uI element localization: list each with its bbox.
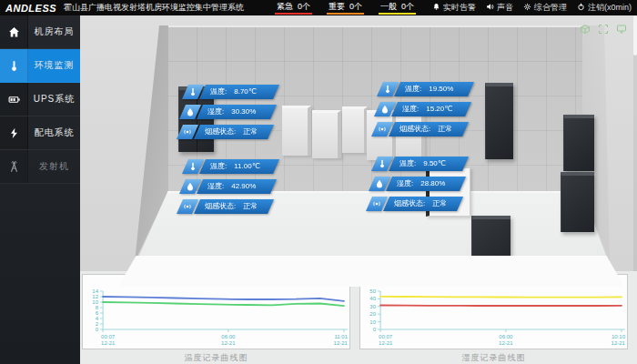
server-rack-top-right (485, 83, 513, 159)
sensor-reading: 烟感状态: 正常 (194, 125, 274, 139)
alarm-stat-count: 0个 (401, 1, 414, 12)
sensor-reading: 湿度: 42.90% (197, 179, 277, 194)
menu-item-logout[interactable]: 注销(x0min) (577, 2, 632, 14)
bell-icon (432, 3, 440, 13)
antenna-icon (0, 150, 28, 183)
sensor-reading-label: 温度: (210, 159, 227, 174)
sensor-reading-label: 湿度: (397, 177, 413, 191)
alarm-stats: 紧急 0个 重要 0个 一般 0个 (275, 1, 416, 15)
sensor-reading-value: 19.50% (429, 82, 453, 96)
svg-text:0: 0 (96, 327, 99, 332)
equipment-unit (282, 106, 311, 156)
svg-text:10:10: 10:10 (612, 334, 626, 339)
svg-text:12-21: 12-21 (101, 340, 116, 346)
viewport-toolbar (579, 24, 628, 35)
alarm-stat-count: 0个 (349, 1, 362, 12)
cube-icon[interactable] (579, 24, 592, 35)
alarm-stat-label: 一般 (380, 1, 397, 12)
sensor-reading: 温度: 9.50℃ (389, 157, 469, 171)
home-icon (0, 15, 28, 48)
sensor-reading-value: 9.50℃ (423, 157, 446, 171)
sidebar: 机房布局 环境监测 UPS系统 配电系统 发射机 (0, 15, 80, 364)
svg-text:00:07: 00:07 (101, 334, 116, 339)
sensor-reading-value: 正常 (243, 125, 258, 139)
sensor-reading-row: 温度: 19.50% (377, 82, 474, 96)
chart-canvas: 0246810121400:0712-2106:0012-2111:0112-2… (83, 287, 349, 349)
sidebar-item-label: 机房布局 (28, 15, 80, 48)
sidebar-item-transmitter[interactable]: 发射机 (0, 150, 80, 184)
alarm-stat-label: 重要 (329, 1, 345, 12)
sensor-reading-row: 湿度: 30.30% (179, 105, 279, 119)
sensor-reading-label: 温度: (405, 82, 421, 96)
equipment-unit (312, 110, 341, 158)
sensor-reading-row: 温度: 8.70℃ (182, 85, 279, 99)
sidebar-item-label: 环境监测 (28, 49, 80, 82)
svg-text:4: 4 (96, 316, 99, 321)
sensor-reading-row: 烟感状态: 正常 (177, 199, 279, 214)
battery-icon (0, 83, 28, 116)
sensor-reading-row: 湿度: 42.90% (179, 179, 279, 194)
chart-canvas: 0102030405000:0712-2106:0012-2110:1012-2… (360, 287, 627, 349)
temperature-chart-block: 温度1 温度20246810121400:0712-2106:0012-2111… (82, 274, 350, 364)
menu-item-sound[interactable]: 声音 (486, 2, 513, 14)
sensor-reading-value: 11.00℃ (234, 159, 259, 174)
alarm-stat-normal[interactable]: 一般 0个 (379, 1, 416, 15)
sensor-reading-label: 湿度: (207, 179, 224, 194)
svg-text:00:07: 00:07 (379, 334, 393, 339)
sensor-reading-label: 烟感状态: (394, 197, 425, 211)
svg-text:06:00: 06:00 (221, 334, 236, 339)
alarm-stat-count: 0个 (298, 1, 310, 12)
gear-icon (523, 3, 531, 13)
main-area: 温度: 8.70℃ 湿度: 30.30% 烟感状态: 正常 温度: (80, 15, 637, 364)
svg-text:12-21: 12-21 (334, 340, 349, 346)
sensor-reading: 烟感状态: 正常 (383, 197, 463, 211)
sidebar-item-label: 发射机 (28, 150, 80, 183)
scrollbar-thumb[interactable] (633, 15, 637, 56)
alarm-stat-important[interactable]: 重要 0个 (327, 1, 364, 15)
sidebar-item-room-layout[interactable]: 机房布局 (0, 15, 80, 49)
svg-text:06:00: 06:00 (499, 334, 513, 339)
sensor-reading-label: 温度: (399, 157, 416, 171)
sensor-reading: 温度: 8.70℃ (199, 85, 279, 99)
sidebar-item-label: 配电系统 (28, 116, 80, 149)
sensor-reading-label: 烟感状态: (205, 199, 236, 214)
svg-text:8: 8 (96, 305, 99, 310)
speaker-icon (486, 3, 494, 13)
sensor-reading-value: 正常 (432, 197, 447, 211)
equipment-unit (342, 106, 368, 153)
svg-text:12: 12 (92, 294, 98, 299)
sidebar-item-power-distribution[interactable]: 配电系统 (0, 116, 80, 150)
svg-text:12-21: 12-21 (612, 340, 626, 346)
sensor-reading: 湿度: 30.30% (197, 105, 277, 119)
sensor-reading-label: 烟感状态: (205, 125, 236, 139)
menu-item-realtime-alarm[interactable]: 实时告警 (432, 2, 476, 14)
fullscreen-icon[interactable] (597, 24, 610, 35)
sensor-reading-row: 烟感状态: 正常 (371, 122, 474, 136)
svg-text:10: 10 (92, 299, 98, 305)
sidebar-item-env-monitoring[interactable]: 环境监测 (0, 49, 80, 83)
room-3d-viewport[interactable]: 温度: 8.70℃ 湿度: 30.30% 烟感状态: 正常 温度: (80, 15, 637, 271)
server-rack-right-lower (561, 172, 594, 232)
sidebar-item-ups-system[interactable]: UPS系统 (0, 83, 80, 116)
sensor-reading-row: 烟感状态: 正常 (177, 125, 279, 139)
header-menu: 实时告警 声音 综合管理 注销(x0min) (432, 2, 632, 14)
menu-item-management[interactable]: 综合管理 (523, 2, 567, 14)
sensor-panel-top-left: 温度: 8.70℃ 湿度: 30.30% 烟感状态: 正常 (182, 85, 279, 139)
sensor-reading-label: 温度: (210, 85, 227, 99)
brand-logo: ANDLESS (5, 3, 56, 14)
temperature-chart-title: 温度记录曲线图 (82, 349, 350, 364)
monitor-icon[interactable] (615, 24, 628, 35)
sensor-panel-bottom-left: 温度: 11.00℃ 湿度: 42.90% 烟感状态: 正常 (182, 159, 279, 214)
sensor-reading-value: 30.30% (231, 105, 256, 119)
scrollbar[interactable] (633, 15, 637, 271)
sensor-reading-label: 湿度: (402, 102, 419, 116)
menu-item-label: 实时告警 (443, 2, 476, 14)
app-title: 霍山县广播电视发射塔机房环境监控集中管理系统 (64, 2, 244, 14)
sensor-reading: 烟感状态: 正常 (194, 199, 274, 214)
sensor-panel-top-right: 温度: 19.50% 湿度: 15.20℃ 烟感状态: 正常 (377, 82, 474, 136)
sensor-reading: 烟感状态: 正常 (389, 122, 469, 136)
sensor-reading-value: 正常 (243, 199, 258, 214)
humidity-chart-title: 湿度记录曲线图 (359, 349, 628, 364)
sensor-reading-value: 15.20℃ (426, 102, 452, 116)
alarm-stat-urgent[interactable]: 紧急 0个 (275, 1, 312, 15)
